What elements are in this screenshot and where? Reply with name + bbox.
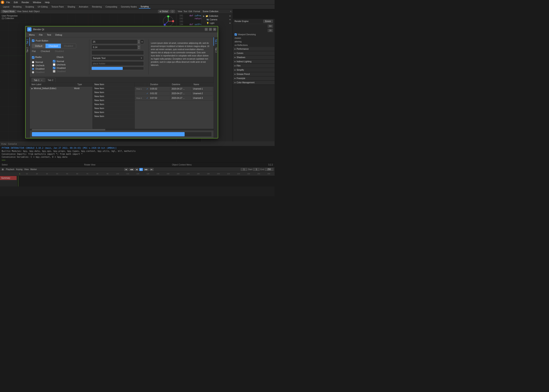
tab-shading[interactable]: Shading <box>66 5 77 8</box>
qt-maximize-btn[interactable]: □ <box>209 28 212 31</box>
dropdown-item-7[interactable]: New Item <box>93 106 134 110</box>
indirect-lighting-header[interactable]: ▶ Indirect Lighting <box>233 60 274 63</box>
dropdown-item-8[interactable]: New Item <box>93 110 134 114</box>
qt-left-tab-2[interactable]: Tab 2 <box>25 46 30 54</box>
object-btn[interactable]: Object <box>34 10 40 13</box>
playback-btn[interactable]: Playback <box>6 168 14 170</box>
data-row-2[interactable]: ✓ 0:01:02 2020-04-27 ... Unamed-2 <box>135 91 214 96</box>
check-normal-input[interactable] <box>53 60 55 63</box>
qt-scrollbar[interactable] <box>30 129 214 130</box>
color-management-header[interactable]: ▶ Color Management <box>233 81 274 84</box>
light-visibility[interactable]: 👁 <box>229 22 231 24</box>
dropdown-item-9[interactable]: New Item <box>93 114 134 118</box>
qt-menu-debug[interactable]: Debug <box>53 33 64 36</box>
dropdown-item-6[interactable]: New Item <box>93 102 134 106</box>
btn-checked[interactable]: Checked <box>46 44 61 48</box>
dropdown-item-4[interactable]: New Item <box>93 94 134 98</box>
menu-edit[interactable]: Edit <box>12 1 20 4</box>
tab-rendering[interactable]: Rendering <box>91 5 103 8</box>
qt-menu-file[interactable]: File <box>37 33 45 36</box>
freestyle-header[interactable]: ▶ Freestyle <box>233 76 274 80</box>
scripting-text[interactable]: Text <box>183 10 187 13</box>
console-view-btn[interactable]: View <box>1 143 6 145</box>
qt-right-tab-2[interactable]: Tab 2 <box>214 46 218 54</box>
jump-start-btn[interactable]: ⏮ <box>124 168 128 171</box>
scripting-edit[interactable]: Edit <box>189 10 192 13</box>
qt-tab-1[interactable]: Tab 1 ✕ <box>31 78 45 82</box>
radio-uncheck-input[interactable] <box>32 64 34 67</box>
double-spinbox-up[interactable]: ▲ <box>138 45 140 47</box>
step-back-btn[interactable]: ◀◀ <box>129 168 134 171</box>
add-btn[interactable]: Add <box>29 10 33 13</box>
shading-btn[interactable]: ⬡ <box>170 10 175 13</box>
tab-animation[interactable]: Animation <box>77 5 90 8</box>
push-button-check[interactable] <box>32 39 35 42</box>
qt-left-tab-1[interactable]: Tab 1 <box>25 37 30 46</box>
qt-menu-test[interactable]: Test <box>45 33 53 36</box>
tab-compositing[interactable]: Compositing <box>104 5 119 8</box>
row-1-check[interactable]: ✓ <box>146 88 149 90</box>
qt-minimize-btn[interactable]: ─ <box>205 28 208 31</box>
camera-visibility[interactable]: 👁 <box>229 19 231 21</box>
marker-btn[interactable]: Marker <box>30 168 37 170</box>
tab-layout[interactable]: Layout <box>1 5 11 8</box>
spinbox-clear[interactable]: ✕ <box>140 39 144 44</box>
select-btn[interactable]: Select <box>22 10 28 13</box>
dropdown-item-2[interactable]: New Item <box>93 86 134 91</box>
empty-input[interactable] <box>92 50 144 55</box>
double-spinbox-input[interactable]: 3.14 <box>92 45 138 49</box>
grease-pencil-header[interactable]: ▶ Grease Pencil <box>233 72 274 76</box>
dropdown-item-3[interactable]: New Item <box>93 91 134 94</box>
play-back-btn[interactable]: ◀ <box>135 168 138 171</box>
row-2-check[interactable]: ✓ <box>146 92 149 95</box>
menu-file[interactable]: File <box>5 1 12 4</box>
render-val-16[interactable]: 16 <box>268 29 273 32</box>
tab-scripting[interactable]: Scripting <box>139 5 150 9</box>
view-menu-btn[interactable]: View <box>24 168 29 170</box>
navigation-gizmo[interactable] <box>162 15 174 27</box>
scripting-view[interactable]: View <box>178 10 182 13</box>
curves-header[interactable]: ▶ Curves <box>233 51 274 55</box>
check-uncheck-input[interactable] <box>53 63 55 66</box>
spinbox-up[interactable]: ▲ <box>138 40 140 42</box>
spinbox-input[interactable]: 25 <box>92 39 138 44</box>
tab-geometry-nodes[interactable]: Geometry Nodes <box>119 5 138 8</box>
tab-sculpting[interactable]: Sculpting <box>24 5 36 8</box>
menu-help[interactable]: Help <box>43 1 51 4</box>
data-row-3[interactable]: Row-3 ✓ 0:07:02 2020-04-27 ... Unamed-3 <box>135 96 214 100</box>
timeline-mode-btn[interactable]: ⊛ <box>1 168 4 171</box>
keying-btn[interactable]: Keying <box>16 168 23 170</box>
step-fwd-btn[interactable]: ▶▶ <box>144 168 149 171</box>
global-btn[interactable]: ⊕ Global <box>158 10 169 13</box>
dropdown-item-1[interactable]: New Item <box>93 82 134 86</box>
jump-end-btn[interactable]: ⏭ <box>150 168 154 171</box>
end-frame-input[interactable]: 250 <box>265 168 273 171</box>
console-log-btn[interactable]: Console <box>8 143 17 145</box>
view-btn[interactable]: View <box>17 10 22 13</box>
qt-menu-menu[interactable]: Menu <box>27 33 37 36</box>
tab-modeling[interactable]: Modeling <box>11 5 23 8</box>
simplify-header[interactable]: ▶ Simplify <box>233 68 274 72</box>
film-header[interactable]: ▶ Film <box>233 64 274 68</box>
check-disabled-input[interactable] <box>53 67 55 69</box>
filter-icon[interactable]: ≡ <box>230 10 231 13</box>
object-mode-btn[interactable]: Object Mode <box>1 10 16 13</box>
render-val-64[interactable]: 64 <box>268 25 273 28</box>
slider[interactable] <box>92 67 144 70</box>
shadows-header[interactable]: ▶ Shadows <box>233 55 274 59</box>
btn-default[interactable]: Default <box>32 44 46 48</box>
scripting-format[interactable]: Format <box>193 10 200 13</box>
console-input[interactable] <box>6 159 273 161</box>
qt-right-tab-1[interactable]: Tab 1 <box>214 37 218 46</box>
combo-box[interactable]: Sample Text ▼ <box>92 56 144 60</box>
qt-tab-2[interactable]: Tab 2 <box>45 78 56 82</box>
tab-uv-editing[interactable]: UV Editing <box>36 5 49 8</box>
dropdown-item-5[interactable]: New Item <box>93 98 134 102</box>
visibility-icon[interactable]: 👁 <box>229 15 231 17</box>
qt-close-btn[interactable]: ✕ <box>213 28 216 31</box>
row-3-check[interactable]: ✓ <box>146 97 149 99</box>
track-area[interactable] <box>17 176 274 186</box>
qt-tab-1-close[interactable]: ✕ <box>41 79 42 81</box>
play-btn[interactable]: ▶ <box>139 168 143 171</box>
render-engine-value[interactable]: Eevee <box>263 20 273 23</box>
